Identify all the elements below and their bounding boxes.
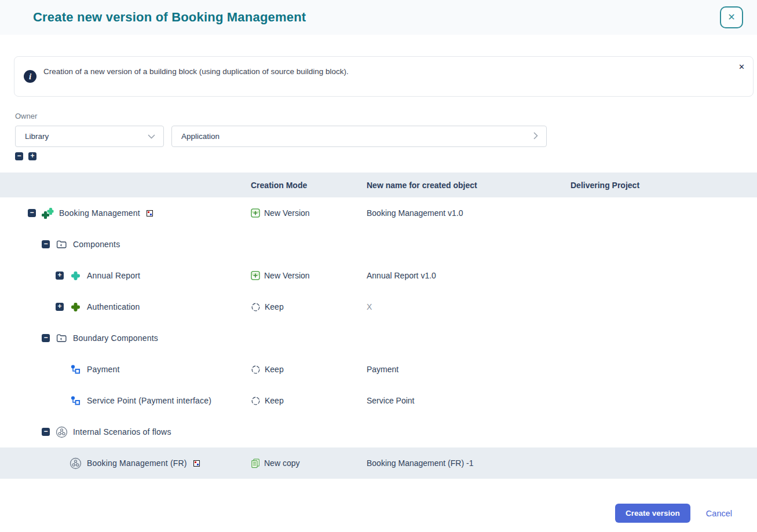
column-header-delivering-project: Delivering Project [566, 181, 757, 190]
creation-mode-cell[interactable]: New copy [246, 458, 362, 468]
puzzle-green-icon [69, 300, 82, 313]
collapse-all-button[interactable] [15, 152, 23, 160]
owner-type-value: Library [25, 132, 49, 141]
creation-mode-cell[interactable]: New Version [246, 208, 362, 218]
creation-mode-cell[interactable]: New Version [246, 271, 362, 280]
new-name-value: Payment [362, 365, 566, 374]
owner-label: Owner [15, 112, 743, 120]
collapse-node-button[interactable] [42, 334, 50, 342]
building-block-icon [41, 207, 54, 219]
creation-mode-label: New copy [264, 458, 299, 468]
column-header-creation-mode: Creation Mode [246, 181, 362, 190]
tree-row[interactable]: Internal Scenarios of flows [0, 416, 757, 447]
creation-mode-label: Keep [265, 365, 284, 374]
info-banner-text: Creation of a new version of a building … [43, 67, 349, 76]
new-copy-icon [251, 458, 260, 468]
creation-mode-cell[interactable]: Keep [246, 396, 362, 406]
version-badge-icon [193, 460, 200, 467]
info-banner: i Creation of a new version of a buildin… [14, 56, 754, 97]
tree-item-label: Service Point (Payment interface) [87, 396, 211, 405]
tree-row[interactable]: Components [0, 229, 757, 260]
table-header-row: Creation Mode New name for created objec… [0, 173, 757, 197]
tree-row[interactable]: Service Point (Payment interface) Keep S… [0, 385, 757, 416]
expand-node-button[interactable] [56, 271, 64, 280]
tree-item-label: Components [73, 240, 120, 249]
chevron-right-icon [533, 132, 538, 141]
close-icon: ✕ [727, 12, 735, 22]
tree-row[interactable]: Annual Report New Version Annual Report … [0, 260, 757, 291]
new-name-value: Service Point [362, 396, 566, 405]
creation-mode-cell[interactable]: Keep [246, 302, 362, 312]
tree-item-label: Payment [87, 365, 120, 374]
tree-item-label: Boundary Components [73, 333, 158, 343]
tree-item-label: Annual Report [87, 271, 140, 280]
chevron-down-icon [148, 132, 155, 141]
interface-icon [69, 363, 82, 376]
info-icon: i [24, 70, 36, 83]
new-name-value: Annual Report v1.0 [362, 271, 566, 280]
tree-item-label: Authentication [87, 302, 140, 311]
tree-item-label: Internal Scenarios of flows [73, 427, 171, 436]
new-name-value: Booking Management v1.0 [362, 208, 566, 218]
owner-type-select[interactable]: Library [15, 126, 164, 147]
new-version-icon [251, 208, 260, 218]
dialog-title: Create new version of Booking Management [33, 10, 306, 25]
collapse-node-button[interactable] [42, 240, 50, 248]
keep-icon [251, 396, 261, 406]
tree-row[interactable]: Authentication Keep X [0, 291, 757, 322]
keep-icon [251, 302, 261, 312]
column-header-new-name: New name for created object [362, 181, 566, 190]
version-badge-icon [147, 210, 153, 217]
collapse-node-button[interactable] [28, 209, 36, 217]
keep-icon [251, 365, 261, 375]
tree-item-label: Booking Management (FR) [87, 458, 187, 468]
folder-icon [55, 332, 68, 344]
puzzle-teal-icon [69, 269, 82, 282]
create-version-button[interactable]: Create version [615, 504, 690, 523]
owner-scope-value: Application [181, 132, 220, 141]
new-name-value: X [362, 302, 566, 311]
tree-item-label: Booking Management [59, 208, 140, 218]
banner-close-icon[interactable]: ✕ [738, 63, 745, 71]
new-name-value: Booking Management (FR) -1 [362, 458, 566, 468]
dialog-header: Create new version of Booking Management… [0, 0, 757, 35]
tree-row[interactable]: Booking Management (FR) New copy Booking… [0, 447, 757, 479]
scenario-icon [55, 425, 68, 438]
folder-icon [55, 238, 68, 251]
creation-mode-label: New Version [264, 208, 310, 218]
creation-mode-cell[interactable]: Keep [246, 365, 362, 375]
tree-row[interactable]: Payment Keep Payment [0, 354, 757, 385]
collapse-node-button[interactable] [42, 428, 50, 436]
scenario-icon [69, 457, 82, 469]
interface-icon [69, 394, 82, 407]
creation-mode-label: Keep [265, 396, 284, 405]
cancel-link[interactable]: Cancel [706, 509, 732, 518]
dialog-footer: Create version Cancel [615, 504, 732, 523]
expand-node-button[interactable] [56, 303, 64, 311]
expand-all-button[interactable] [28, 152, 36, 160]
creation-mode-label: Keep [265, 302, 284, 311]
tree-row[interactable]: Booking Management New Version Booking M… [0, 197, 757, 229]
creation-mode-label: New Version [264, 271, 310, 280]
new-version-icon [251, 271, 260, 280]
dialog-close-button[interactable]: ✕ [720, 6, 743, 28]
owner-scope-picker[interactable]: Application [171, 126, 547, 147]
tree-row[interactable]: Boundary Components [0, 322, 757, 354]
version-tree-table: Creation Mode New name for created objec… [0, 173, 757, 479]
